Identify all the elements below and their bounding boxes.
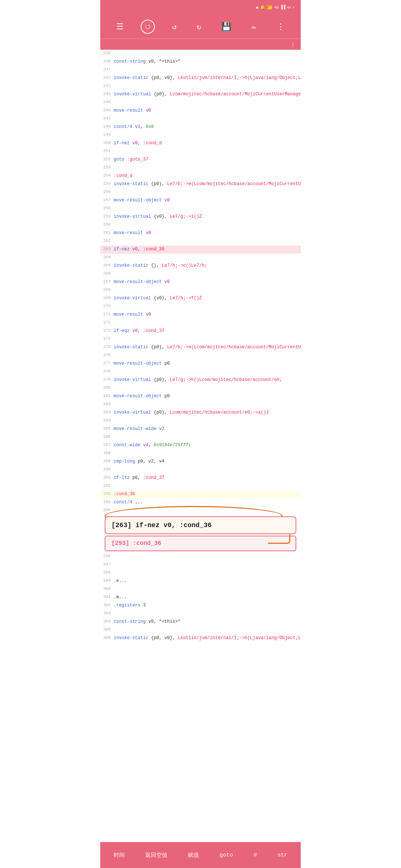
table-row: 250if-nez v0, :cond_d <box>100 139 301 148</box>
line-number: 272 <box>100 319 114 325</box>
table-row: 247 <box>100 115 301 123</box>
popup-line2: [293] :cond_36 <box>105 536 296 551</box>
menu-button[interactable]: ☰ <box>113 20 127 33</box>
signal-icon: ▐▐ <box>280 5 285 10</box>
line-number: 275 <box>100 344 114 349</box>
line-number: 280 <box>100 385 114 390</box>
table-row: 239 <box>100 50 301 58</box>
line-number: 241 <box>100 66 114 72</box>
table-row: 284 <box>100 417 301 425</box>
table-row: 280 <box>100 384 301 392</box>
table-row: 276 <box>100 352 301 360</box>
line-number: 306 <box>100 635 114 640</box>
line-content: .e... <box>114 578 301 584</box>
line-number: 290 <box>100 466 114 471</box>
line-number: 265 <box>100 262 114 267</box>
line-number: 244 <box>100 91 114 96</box>
table-row: 278 <box>100 368 301 376</box>
table-row: 268 <box>100 286 301 295</box>
line-number: 286 <box>100 434 114 439</box>
table-row: 248const/4 v1, 0x0 <box>100 123 301 131</box>
compass-icon: ⭯ <box>145 23 151 30</box>
charging-icon: ⚡ <box>292 5 295 10</box>
undo-button[interactable]: ↺ <box>169 21 180 33</box>
line-number: 276 <box>100 352 114 357</box>
table-row: 265invoke-static {}, Le7/h;->c()Le7/h; <box>100 262 301 270</box>
line-number: 264 <box>100 254 114 259</box>
line-number: 273 <box>100 328 114 333</box>
line-content: if-nez v0, :cond_36 <box>114 246 301 253</box>
line-number: 297 <box>100 561 114 566</box>
line-number: 263 <box>100 246 114 251</box>
line-number: 240 <box>100 58 114 63</box>
line-content: invoke-static {p0, v0}, Lkotlin/jvm/inte… <box>114 635 301 641</box>
edit-button[interactable]: ✏ <box>248 20 259 33</box>
line-content: invoke-static {p0}, Le7/b;->e(Lcom/mojit… <box>114 344 301 351</box>
line-number: 287 <box>100 442 114 447</box>
line-number: 270 <box>100 303 114 308</box>
line-number: 259 <box>100 213 114 218</box>
line-content: if-ltz p0, :cond_37 <box>114 474 301 481</box>
compass-button[interactable]: ⭯ <box>141 20 155 34</box>
table-row: 290 <box>100 466 301 474</box>
line-number: 282 <box>100 401 114 406</box>
table-row: 275invoke-static {p0}, Le7/b;->e(Lcom/mo… <box>100 343 301 352</box>
line-content: goto :goto_37 <box>114 156 301 163</box>
line-content: move-result-object p0 <box>114 393 301 400</box>
table-row: 301.m... <box>100 594 301 602</box>
table-row: 269invoke-virtual {v0}, Le7/h;->f()Z <box>100 295 301 303</box>
line-content: invoke-virtual {p0}, Lcom/mojitec/hcbase… <box>114 409 301 416</box>
line-number: 279 <box>100 377 114 382</box>
table-row: 277move-result-object p0 <box>100 360 301 368</box>
table-row: 285move-result-wide v2 <box>100 425 301 433</box>
line-content: invoke-static {p0, v0}, Lkotlin/jvm/inte… <box>114 75 301 81</box>
line-number: 253 <box>100 164 114 170</box>
table-row: 273if-eqz v0, :cond_37 <box>100 327 301 335</box>
line-number: 251 <box>100 148 114 153</box>
notification-icon: 🔔 <box>260 5 265 10</box>
line-number: 242 <box>100 75 114 80</box>
table-row: 281move-result-object p0 <box>100 392 301 401</box>
table-row: 283invoke-virtual {p0}, Lcom/mojitec/hcb… <box>100 409 301 417</box>
redo-button[interactable]: ↻ <box>194 21 204 33</box>
table-row: 249 <box>100 131 301 139</box>
line-content: if-nez v0, :cond_d <box>114 140 301 147</box>
battery-indicator <box>287 7 291 8</box>
status-icons: ✱ 🔔 📶 4G ▐▐ ⚡ <box>256 5 295 10</box>
table-row: 279invoke-virtual {p0}, Le7/g;->h()Lcom/… <box>100 376 301 384</box>
table-row: 260 <box>100 221 301 229</box>
line-content: move-result v0 <box>114 311 301 318</box>
table-row: 271move-result v0 <box>100 311 301 319</box>
line-content: invoke-static {}, Le7/h;->c()Le7/h; <box>114 262 301 269</box>
line-content: move-result v0 <box>114 230 301 236</box>
table-row: 306invoke-static {p0, v0}, Lkotlin/jvm/i… <box>100 634 301 642</box>
line-number: 293 <box>100 491 114 496</box>
table-row: 270 <box>100 303 301 311</box>
table-row: 254:cond_d <box>100 172 301 180</box>
table-row: 264 <box>100 254 301 262</box>
table-row: 252goto :goto_37 <box>100 156 301 164</box>
table-row: 295 <box>100 507 301 515</box>
line-number: 245 <box>100 99 114 104</box>
line-number: 303 <box>100 610 114 615</box>
line-number: 304 <box>100 618 114 624</box>
table-row: 246move-result v0 <box>100 107 301 115</box>
line-number: 255 <box>100 181 114 186</box>
code-area[interactable]: 239240const-string v0, "<this>"241242inv… <box>100 50 301 672</box>
table-row: 241 <box>100 66 301 74</box>
line-content: invoke-virtual {p0}, Le7/g;->h()Lcom/moj… <box>114 377 301 383</box>
line-content: const/4 v1, 0x0 <box>114 124 301 130</box>
line-number: 278 <box>100 368 114 374</box>
table-row: 298 <box>100 569 301 577</box>
table-row: 304const-string v0, "<this>" <box>100 618 301 626</box>
table-row: 286 <box>100 433 301 441</box>
line-content: :cond_36 <box>114 491 301 497</box>
toolbar: ☰ ⭯ ↺ ↻ 💾 ✏ ⋮ <box>100 15 301 39</box>
line-number: 305 <box>100 627 114 632</box>
line-number: 285 <box>100 425 114 431</box>
table-row: 296 <box>100 553 301 561</box>
line-content: move-result-wide v2 <box>114 425 301 432</box>
more-button[interactable]: ⋮ <box>274 20 288 33</box>
save-button[interactable]: 💾 <box>218 20 234 33</box>
line-content: cmp-long p0, v2, v4 <box>114 458 301 465</box>
